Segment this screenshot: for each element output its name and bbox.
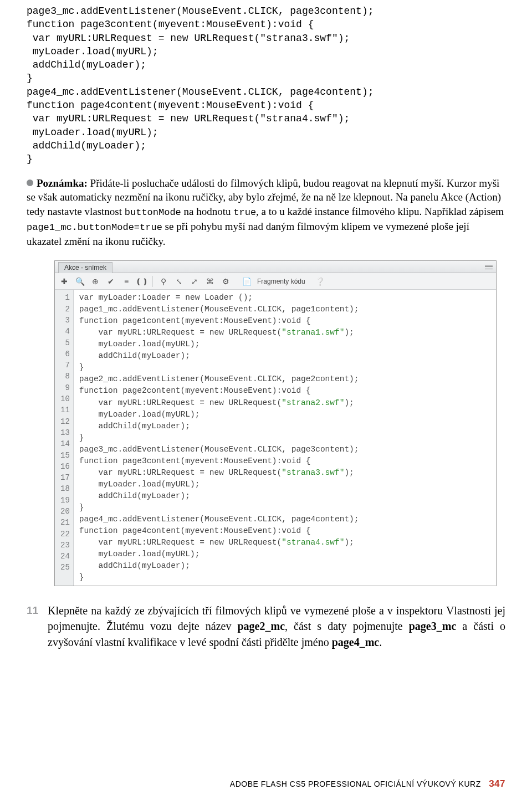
find-icon[interactable]: 🔍 xyxy=(75,276,85,286)
panel-titlebar: Akce - snímek xyxy=(55,261,496,273)
snippets-icon[interactable]: 📄 xyxy=(242,276,252,286)
step-text: Klepněte na každý ze zbývajících tří fil… xyxy=(48,603,505,650)
actions-panel: Akce - snímek ✚ 🔍 ⊕ ✔ ≡ ❪❫ ⚲ ⤡ ⤢ ⌘ ⚙ 📄 F… xyxy=(54,260,497,586)
panel-toolbar: ✚ 🔍 ⊕ ✔ ≡ ❪❫ ⚲ ⤡ ⤢ ⌘ ⚙ 📄 Fragmenty kódu … xyxy=(55,273,496,290)
step-11: 11 Klepněte na každý ze zbývajících tří … xyxy=(27,603,505,650)
separator xyxy=(152,276,153,287)
note-t3: , a to u každé instance filmového klipu.… xyxy=(256,206,504,217)
note-m3: page1_mc.buttonMode=true xyxy=(27,222,162,233)
panel-menu-icon[interactable] xyxy=(485,263,493,271)
expand-icon[interactable]: ⤢ xyxy=(190,276,200,286)
note-m1: buttonMode xyxy=(125,207,181,218)
code-editor[interactable]: var myLoader:Loader = new Loader ();page… xyxy=(74,290,496,585)
footer-title: ADOBE FLASH CS5 PROFESSIONAL OFICIÁLNÍ V… xyxy=(230,780,481,788)
note-label: Poznámka: xyxy=(37,177,88,189)
snippets-label[interactable]: Fragmenty kódu xyxy=(257,278,305,285)
code-block-top: page3_mc.addEventListener(MouseEvent.CLI… xyxy=(27,4,505,166)
step-number: 11 xyxy=(27,603,48,650)
bullet-icon xyxy=(27,180,33,186)
hint-icon[interactable]: ❪❫ xyxy=(137,276,147,286)
page-footer: ADOBE FLASH CS5 PROFESSIONAL OFICIÁLNÍ V… xyxy=(230,778,505,789)
panel-tab[interactable]: Akce - snímek xyxy=(58,262,112,273)
options-icon[interactable]: ⚙ xyxy=(221,276,231,286)
page-number: 347 xyxy=(489,778,505,789)
note-block: Poznámka: Přidáte-li posluchače události… xyxy=(27,176,505,249)
comment-icon[interactable]: ⌘ xyxy=(205,276,215,286)
add-icon[interactable]: ✚ xyxy=(59,276,69,286)
target-icon[interactable]: ⊕ xyxy=(90,276,100,286)
debug-icon[interactable]: ⚲ xyxy=(158,276,168,286)
check-icon[interactable]: ✔ xyxy=(106,276,116,286)
note-t2: na hodnotu xyxy=(181,206,233,217)
collapse-icon[interactable]: ⤡ xyxy=(174,276,184,286)
line-gutter: 1234567891011121314151617181920212223242… xyxy=(55,290,74,585)
panel-body: 1234567891011121314151617181920212223242… xyxy=(55,290,496,585)
format-icon[interactable]: ≡ xyxy=(121,276,131,286)
help-icon[interactable]: ❔ xyxy=(315,276,325,286)
note-m2: true xyxy=(233,207,256,218)
